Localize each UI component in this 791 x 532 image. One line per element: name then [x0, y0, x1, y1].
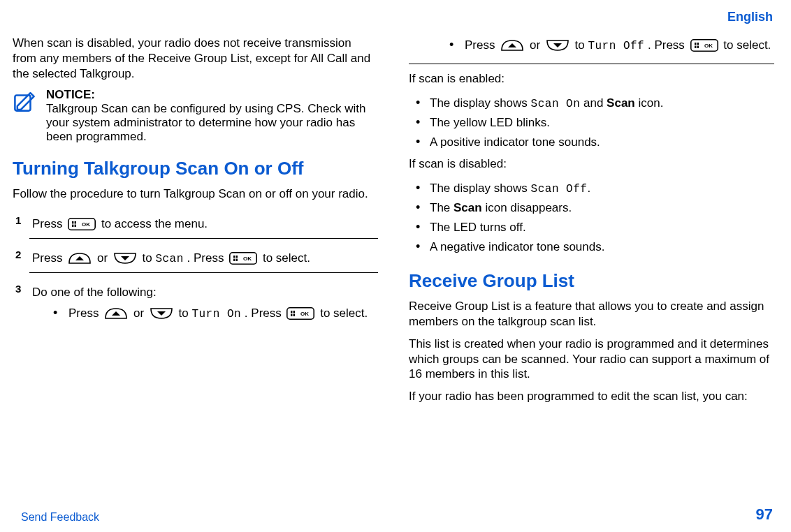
step-number: 3 — [15, 283, 21, 295]
rgl-paragraph: If your radio has been programmed to edi… — [409, 389, 774, 404]
right-column: Press or to Turn Off . Press OK to sele — [409, 31, 774, 411]
svg-text:OK: OK — [243, 256, 252, 262]
menu-ok-button-icon: OK — [68, 218, 96, 230]
step3-sublist-cont: Press or to Turn Off . Press OK to sele — [409, 36, 774, 59]
rgl-paragraph: This list is created when your radio is … — [409, 337, 774, 382]
up-button-icon — [68, 252, 92, 265]
step3-sublist: Press or to Turn On . Press — [32, 304, 378, 327]
list-item: The display shows Scan Off. — [413, 179, 774, 198]
disabled-lead: If scan is disabled: — [409, 156, 774, 172]
page-number: 97 — [756, 505, 773, 524]
step-text: Press or to Scan . Press OK — [32, 251, 310, 265]
list-item: The LED turns off. — [413, 218, 774, 237]
svg-text:OK: OK — [300, 311, 309, 317]
step-number: 2 — [15, 249, 21, 260]
menu-ok-button-icon: OK — [229, 252, 257, 265]
list-item: The Scan icon disappears. — [413, 198, 774, 218]
list-item: The display shows Scan On and Scan icon. — [413, 94, 774, 113]
svg-text:OK: OK — [82, 221, 90, 228]
notice-block: NOTICE: Talkgroup Scan can be configured… — [13, 88, 378, 144]
notice-body: Talkgroup Scan can be configured by usin… — [46, 102, 365, 143]
left-column: When scan is disabled, your radio does n… — [13, 31, 378, 411]
disabled-list: The display shows Scan Off. The Scan ico… — [409, 179, 774, 257]
menu-ok-button-icon: OK — [690, 39, 718, 52]
step-text: Press OK to access the menu. — [32, 217, 208, 230]
notice-icon — [13, 89, 36, 113]
section-lead: Follow the procedure to turn Talkgroup S… — [13, 186, 378, 202]
enabled-list: The display shows Scan On and Scan icon.… — [409, 94, 774, 152]
send-feedback-link[interactable]: Send Feedback — [21, 511, 99, 524]
steps-list: 1 Press OK to access the menu. 2 Press — [13, 212, 378, 334]
step-number: 1 — [15, 214, 21, 226]
section-heading-scan: Turning Talkgroup Scan On or Off — [13, 158, 378, 179]
list-item: Press or to Turn On . Press — [52, 304, 378, 327]
notice-title: NOTICE: — [46, 88, 95, 101]
intro-paragraph: When scan is disabled, your radio does n… — [13, 36, 378, 81]
step-text: Do one of the following: — [32, 286, 157, 299]
list-item: A positive indicator tone sounds. — [413, 133, 774, 152]
down-button-icon — [546, 39, 569, 52]
down-button-icon — [113, 252, 137, 265]
svg-text:OK: OK — [704, 43, 713, 49]
enabled-lead: If scan is enabled: — [409, 71, 774, 87]
language-label: English — [13, 10, 774, 24]
rgl-paragraph: Receive Group List is a feature that all… — [409, 299, 774, 330]
menu-ok-button-icon: OK — [286, 307, 314, 320]
list-item: The yellow LED blinks. — [413, 113, 774, 133]
section-heading-rgl: Receive Group List — [409, 270, 774, 292]
up-button-icon — [104, 307, 128, 320]
down-button-icon — [150, 307, 173, 320]
list-item: A negative indicator tone sounds. — [413, 237, 774, 257]
up-button-icon — [500, 39, 524, 52]
list-item: Press or to Turn Off . Press OK to sele — [448, 36, 774, 59]
